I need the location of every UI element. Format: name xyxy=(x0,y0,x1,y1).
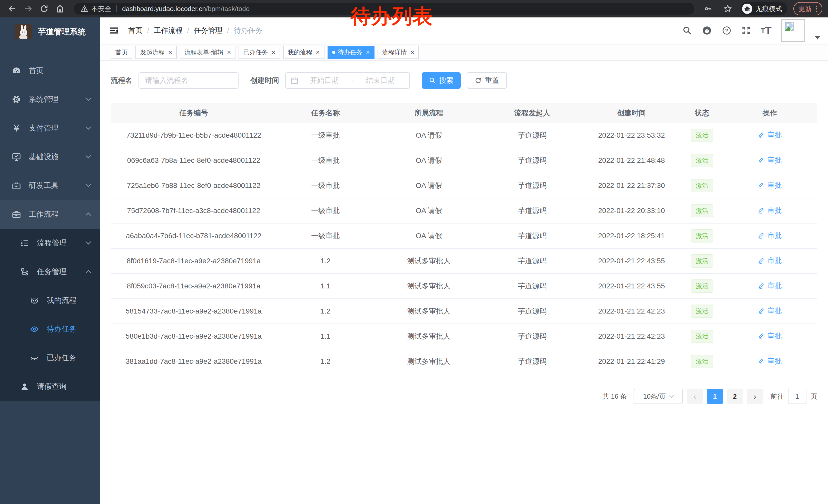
browser-back-icon[interactable] xyxy=(6,2,19,15)
sidebar-item-devtools[interactable]: 研发工具 xyxy=(0,171,100,200)
table-row: a6aba0a4-7b6d-11ec-b781-acde48001122 一级审… xyxy=(111,224,817,249)
approve-link[interactable]: 审批 xyxy=(758,331,782,341)
warning-icon xyxy=(81,5,88,12)
breadcrumb-task-mgmt[interactable]: 任务管理 xyxy=(194,26,223,35)
active-dot xyxy=(332,51,335,54)
table-row: 58154733-7ac8-11ec-a9e2-a2380e71991a 1.2… xyxy=(111,299,817,324)
flow-tree-icon xyxy=(19,267,30,276)
approve-link[interactable]: 审批 xyxy=(758,180,782,190)
table-row: 8f0d1619-7ac8-11ec-a9e2-a2380e71991a 1.2… xyxy=(111,249,817,274)
status-badge: 激活 xyxy=(691,305,713,318)
close-icon[interactable]: × xyxy=(316,49,320,56)
tab-my-process[interactable]: 我的流程 × xyxy=(283,46,325,59)
sidebar-item-system[interactable]: 系统管理 xyxy=(0,85,100,114)
approve-link[interactable]: 审批 xyxy=(758,256,782,266)
url-host: dashboard.yudao.iocoder.cn xyxy=(122,5,206,13)
browser-home-icon[interactable] xyxy=(53,2,67,15)
edit-pen-icon xyxy=(758,332,765,340)
sidebar-item-label: 流程管理 xyxy=(37,238,67,248)
page-size-select[interactable]: 10条/页 xyxy=(633,388,683,404)
sidebar-fold-icon[interactable] xyxy=(108,25,120,37)
page-1-button[interactable]: 1 xyxy=(707,389,723,404)
tab-home[interactable]: 首页 xyxy=(111,46,132,59)
approve-link[interactable]: 审批 xyxy=(758,231,782,240)
bookmark-star-icon[interactable] xyxy=(721,2,734,15)
process-name-input[interactable] xyxy=(138,72,239,89)
password-key-icon[interactable] xyxy=(702,2,715,15)
dashboard-icon xyxy=(11,66,22,76)
sidebar-item-home[interactable]: 首页 xyxy=(0,56,100,85)
goto-page-input[interactable] xyxy=(788,388,806,404)
font-size-icon[interactable]: TT xyxy=(761,25,772,36)
chevron-down-icon xyxy=(86,153,91,158)
sidebar-item-process-mgmt[interactable]: 流程管理 xyxy=(0,229,100,258)
close-icon[interactable]: × xyxy=(410,49,414,56)
sidebar-item-task-mgmt[interactable]: 任务管理 xyxy=(0,258,100,286)
status-badge: 激活 xyxy=(691,179,713,192)
github-icon[interactable] xyxy=(702,26,712,36)
prev-page-button[interactable]: ‹ xyxy=(687,389,703,404)
sidebar-item-label: 我的流程 xyxy=(47,295,76,306)
sidebar-item-payment[interactable]: ¥ 支付管理 xyxy=(0,114,100,142)
breadcrumb-workflow[interactable]: 工作流程 xyxy=(154,26,182,35)
browser-forward-icon[interactable] xyxy=(22,2,35,15)
close-icon[interactable]: × xyxy=(272,49,275,56)
next-page-button[interactable]: › xyxy=(747,389,763,404)
refresh-icon xyxy=(474,77,482,84)
close-icon[interactable]: × xyxy=(366,49,370,56)
incognito-badge[interactable]: 无痕模式 xyxy=(741,2,787,15)
chevron-up-icon xyxy=(86,213,91,218)
tab-todo-tasks[interactable]: 待办任务 × xyxy=(328,46,374,59)
browser-menu-kebab-icon[interactable] xyxy=(816,6,817,12)
breadcrumb-home[interactable]: 首页 xyxy=(128,26,142,35)
sidebar-item-leave-query[interactable]: 请假查询 xyxy=(0,372,100,401)
search-icon[interactable] xyxy=(682,26,692,35)
help-icon[interactable]: ? xyxy=(722,26,732,35)
approve-link[interactable]: 审批 xyxy=(758,205,782,215)
browser-update-button[interactable]: 更新 xyxy=(793,2,822,15)
tab-process-detail[interactable]: 流程详情 × xyxy=(378,46,419,59)
approve-link[interactable]: 审批 xyxy=(758,281,782,291)
close-icon[interactable]: × xyxy=(227,49,231,56)
security-warning[interactable]: 不安全 xyxy=(81,4,111,13)
person-icon xyxy=(19,382,30,391)
search-button[interactable]: 搜索 xyxy=(422,72,461,89)
approve-link[interactable]: 审批 xyxy=(758,130,782,140)
approve-link[interactable]: 审批 xyxy=(758,356,782,366)
approve-link[interactable]: 审批 xyxy=(758,306,782,316)
status-badge: 激活 xyxy=(691,229,713,242)
avatar[interactable] xyxy=(781,19,805,42)
sidebar-item-my-process[interactable]: 我的流程 xyxy=(0,286,100,315)
approve-link[interactable]: 审批 xyxy=(758,155,782,165)
status-badge: 激活 xyxy=(691,279,713,293)
date-range-picker[interactable]: 开始日期 - 结束日期 xyxy=(285,72,410,89)
status-badge: 激活 xyxy=(691,330,713,343)
reset-button[interactable]: 重置 xyxy=(467,72,507,89)
fullscreen-icon[interactable] xyxy=(741,26,751,35)
broken-image-icon xyxy=(784,21,795,32)
sidebar-item-todo-tasks[interactable]: 待办任务 xyxy=(0,315,100,343)
edit-pen-icon xyxy=(758,182,765,189)
end-date-placeholder[interactable]: 结束日期 xyxy=(356,76,405,85)
security-label: 不安全 xyxy=(91,4,111,13)
tab-form-edit[interactable]: 流程表单-编辑 × xyxy=(180,46,236,59)
create-time-label: 创建时间 xyxy=(250,76,279,85)
avatar-caret-icon[interactable] xyxy=(815,36,820,40)
sidebar-item-label: 支付管理 xyxy=(29,123,58,133)
col-created: 创建时间 xyxy=(581,108,682,118)
sidebar-item-workflow[interactable]: 工作流程 xyxy=(0,200,100,229)
briefcase-icon xyxy=(11,210,22,219)
tab-start-process[interactable]: 发起流程 × xyxy=(135,46,177,59)
browser-reload-icon[interactable] xyxy=(37,2,51,15)
edit-pen-icon xyxy=(758,132,765,139)
filter-form: 流程名 创建时间 开始日期 - 结束日期 搜索 重置 xyxy=(111,72,817,89)
sidebar-item-infra[interactable]: 基础设施 xyxy=(0,142,100,171)
tab-done-tasks[interactable]: 已办任务 × xyxy=(239,46,280,59)
close-icon[interactable]: × xyxy=(168,49,172,56)
sidebar-item-done-tasks[interactable]: 已办任务 xyxy=(0,343,100,372)
app-logo-image xyxy=(15,25,32,39)
start-date-placeholder[interactable]: 开始日期 xyxy=(300,76,348,85)
page-2-button[interactable]: 2 xyxy=(727,389,743,404)
chevron-down-icon xyxy=(86,182,91,187)
address-bar[interactable]: 不安全 dashboard.yudao.iocoder.cn/bpm/task/… xyxy=(74,3,694,15)
